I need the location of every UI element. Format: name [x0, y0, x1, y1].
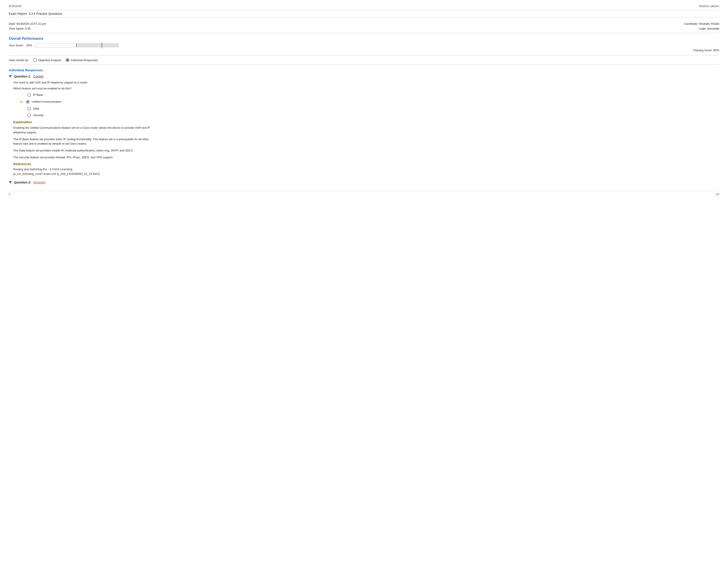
question-2-status: Incorrect	[33, 180, 45, 184]
report-date: Date: 8/19/2020 10:57:31 pm	[9, 21, 46, 26]
top-bar: 8/19/2020 TestOut LabSim	[9, 4, 719, 8]
passing-score-label: Passing Score:	[693, 49, 713, 52]
question-1: Question 1: Correct You need to add VoIP…	[9, 75, 719, 176]
radio-objective-label: Objective Analysis	[38, 58, 62, 62]
score-bar-fill	[35, 43, 77, 47]
option-data-label: Data	[33, 107, 39, 110]
radio-objective-analysis[interactable]: Objective Analysis	[33, 58, 62, 62]
report-candidate: Candidate: Houbate, Khalid	[684, 21, 719, 26]
score-section: Your Score: 50% Passing Score: 80%	[9, 43, 719, 52]
meta-right: Candidate: Houbate, Khalid Login: khouba…	[684, 21, 719, 31]
top-bar-date: 8/19/2020	[9, 4, 22, 8]
view-results-label: View results by:	[9, 58, 29, 62]
question-2: Question 2: Incorrect	[9, 180, 719, 184]
report-title-text: Exam Report: 3.3.5 Practice Questions	[9, 12, 62, 15]
option-security-label: Security	[33, 113, 43, 117]
passing-score-marker	[102, 43, 102, 48]
your-score-label: Your Score:	[9, 44, 24, 47]
top-bar-appname: TestOut LabSim	[699, 4, 719, 8]
report-login: Login: khoubate	[684, 26, 719, 31]
references-line-1: Routing and Switching Pro - 3.3 IOS Lice…	[13, 167, 719, 172]
question-1-text: You need to add VoIP and IP telephony su…	[13, 80, 719, 85]
option-data: Data	[20, 107, 719, 110]
option-security-radio[interactable]	[27, 113, 31, 117]
meta-section: Date: 8/19/2020 10:57:31 pm Time Spent: …	[9, 20, 719, 33]
radio-individual-circle[interactable]	[66, 58, 69, 62]
passing-score-row: Passing Score: 80%	[9, 49, 719, 52]
passing-score-value: 80%	[713, 49, 719, 52]
footer-left: h	[9, 193, 10, 196]
question-2-label: Question 2:	[14, 180, 31, 184]
score-bar-container	[35, 43, 118, 47]
option-security: Security	[20, 113, 719, 117]
radio-individual-label: Individual Responses	[71, 58, 98, 62]
explanation-heading: Explanation	[13, 120, 719, 124]
question-1-collapse-icon[interactable]	[9, 75, 12, 77]
correct-answer-arrow-icon: ►	[20, 100, 23, 104]
option-unified-radio[interactable]	[26, 100, 30, 103]
score-row: Your Score: 50%	[9, 43, 719, 47]
question-1-header: Question 1: Correct	[9, 75, 719, 78]
explanation-para-2: The IP Base feature set provides basic I…	[13, 137, 150, 146]
footer: h 1/8	[9, 191, 719, 196]
question-1-label: Question 1:	[14, 75, 31, 78]
score-bar-wrapper	[35, 43, 118, 47]
explanation-para-4: The Security feature set provides firewa…	[13, 155, 150, 160]
footer-right: 1/8	[715, 193, 719, 196]
view-results-section: View results by: Objective Analysis Indi…	[9, 55, 719, 65]
question-1-status: Correct	[33, 75, 43, 78]
option-data-radio[interactable]	[27, 107, 31, 110]
option-unified-label: Unified Communication	[32, 100, 61, 103]
references-section: References Routing and Switching Pro - 3…	[9, 162, 719, 176]
option-ip-base-label: IP Base	[33, 93, 43, 96]
option-unified-communication: ► Unified Communication	[20, 100, 719, 104]
references-line-2: [e_ios_licensing_ccna7.exam.xml Q_IOS_LI…	[13, 172, 719, 176]
question-1-subtext: Which feature set must be enabled to do …	[13, 87, 719, 90]
question-1-options: IP Base ► Unified Communication Data Sec…	[20, 93, 719, 117]
explanation-section: Explanation Enabling the Unified Communi…	[9, 120, 719, 160]
radio-individual-responses[interactable]: Individual Responses	[66, 58, 98, 62]
meta-left: Date: 8/19/2020 10:57:31 pm Time Spent: …	[9, 21, 46, 31]
your-score-value: 50%	[26, 44, 32, 47]
radio-objective-circle[interactable]	[33, 58, 37, 62]
report-time-spent: Time Spent: 8:35	[9, 26, 46, 31]
references-heading: References	[13, 162, 719, 166]
individual-responses-heading: Individual Responses	[9, 68, 719, 72]
overall-performance-heading: Overall Performance	[9, 37, 719, 41]
overall-performance-section: Overall Performance Your Score: 50% Pass…	[9, 37, 719, 52]
option-ip-base: IP Base	[20, 93, 719, 97]
individual-responses-section: Individual Responses Question 1: Correct…	[9, 68, 719, 184]
report-title: Exam Report: 3.3.5 Practice Questions	[9, 10, 719, 17]
question-2-collapse-icon[interactable]	[9, 181, 12, 183]
explanation-para-3: The Data feature set provides mobile IP,…	[13, 148, 150, 153]
option-ip-base-radio[interactable]	[27, 93, 31, 97]
explanation-para-1: Enabling the Unified Communications feat…	[13, 126, 150, 135]
